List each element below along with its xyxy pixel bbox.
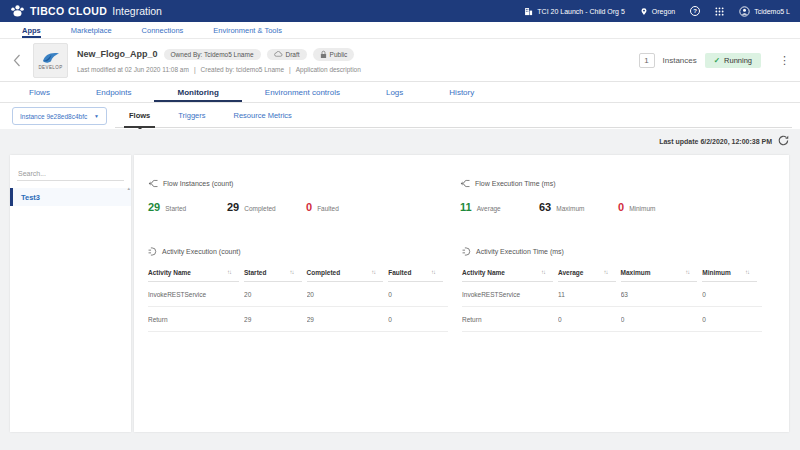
table-row: InvokeRESTService 20 20 0 [148,282,448,307]
sort-icon[interactable]: ↑↓ [431,269,435,276]
table-header-row: Activity Name↑↓ Started↑↓ Completed↑↓ Fa… [148,269,448,282]
flow-list-panel: Test3 ▴ [10,155,131,432]
stat-minimum-label: Minimum [629,205,655,212]
public-badge[interactable]: Public [313,48,355,61]
app-tile-label: DEVELOP [38,65,62,70]
back-button[interactable] [10,54,24,67]
cell: 0 [702,307,757,331]
lock-icon [320,50,327,59]
flow-branch-icon [460,179,470,188]
user-label: Tcidemo5 L [754,8,790,15]
stat-faulted-value: 0 [306,201,312,213]
stat-faulted: 0 Faulted [306,201,385,213]
cell: Return [462,307,553,331]
subtab-flows[interactable]: Flows [115,103,164,127]
instance-dropdown[interactable]: Instance 9e28ed8c4bfc ▼ [12,107,107,125]
stat-average-label: Average [477,205,501,212]
nav-item-apps[interactable]: Apps [22,22,41,38]
col-average[interactable]: Average↑↓ [558,269,616,282]
stat-average: 11 Average [460,201,539,213]
cloud-icon [274,51,283,57]
scrollbar-up-icon[interactable]: ▴ [127,185,130,191]
app-icon-tile: DEVELOP [33,43,68,78]
cell: 0 [621,307,698,331]
nav-item-connections[interactable]: Connections [142,22,184,38]
app-tabs: Flows Endpoints Monitoring Environment c… [0,82,800,103]
flow-exec-time-title: Flow Execution Time (ms) [475,180,556,187]
apps-grid-icon[interactable] [715,7,724,16]
cell: 0 [702,282,757,306]
sort-icon[interactable]: ↑↓ [290,269,294,276]
activity-count-title: Activity Execution (count) [162,248,241,255]
org-selector[interactable]: TCI 20 Launch - Child Org 5 [524,7,625,16]
sort-icon[interactable]: ↑↓ [541,269,545,276]
refresh-icon[interactable] [777,134,790,147]
tab-endpoints[interactable]: Endpoints [73,82,155,102]
cell: 11 [558,282,616,306]
nav-item-environment-tools[interactable]: Environment & Tools [213,22,282,38]
brand: TIBCO CLOUD Integration [10,5,162,17]
stat-started-value: 29 [148,201,160,213]
col-maximum[interactable]: Maximum↑↓ [621,269,698,282]
tab-monitoring[interactable]: Monitoring [154,82,241,102]
tab-history[interactable]: History [426,82,497,102]
meta-last-modified: Last modified at 02 Jun 2020 11:08 am [77,66,189,73]
draft-badge[interactable]: Draft [267,49,307,60]
check-icon: ✓ [714,56,720,65]
status-badge[interactable]: ✓ Running [705,53,761,68]
last-update-text: Last update 6/2/2020, 12:00:38 PM [659,138,772,145]
flow-list-item-test3[interactable]: Test3 [10,188,131,206]
meta-created-by: Created by: tcidemo5 Lname [201,66,284,73]
stat-minimum-value: 0 [618,201,624,213]
sort-icon[interactable]: ↑↓ [604,269,608,276]
tab-logs[interactable]: Logs [363,82,426,102]
col-activity-name[interactable]: Activity Name↑↓ [148,269,239,282]
table-row: Return 0 0 0 [462,307,762,332]
instances-count-box: 1 [639,53,655,68]
stat-completed-label: Completed [244,205,275,212]
col-faulted[interactable]: Faulted↑↓ [388,269,443,282]
stat-maximum-label: Maximum [556,205,584,212]
region-selector[interactable]: Oregon [640,7,675,16]
cell: 29 [307,307,384,331]
instance-dropdown-label: Instance 9e28ed8c4bfc [20,113,87,120]
subtab-resource-metrics[interactable]: Resource Metrics [220,103,306,127]
brand-title: TIBCO CLOUD [30,5,107,17]
user-menu[interactable]: Tcidemo5 L [739,6,790,17]
building-icon [524,7,533,16]
stat-maximum-value: 63 [539,201,551,213]
col-activity-name[interactable]: Activity Name↑↓ [462,269,553,282]
stat-minimum: 0 Minimum [618,201,697,213]
kebab-menu-icon[interactable]: ⋮ [779,55,790,66]
meta-description[interactable]: Application description [296,66,361,73]
search-input[interactable] [17,167,124,180]
sort-icon[interactable]: ↑↓ [371,269,375,276]
tab-environment-controls[interactable]: Environment controls [242,82,363,102]
help-glyph: ? [693,8,697,14]
cell: 0 [558,307,616,331]
sort-icon[interactable]: ↑↓ [685,269,689,276]
sort-icon[interactable]: ↑↓ [227,269,231,276]
cell: Return [148,307,239,331]
col-completed[interactable]: Completed↑↓ [307,269,384,282]
col-started[interactable]: Started↑↓ [244,269,302,282]
cell: InvokeRESTService [462,282,553,306]
col-minimum[interactable]: Minimum↑↓ [702,269,757,282]
tab-flows[interactable]: Flows [6,82,73,102]
tibco-logo-icon [10,5,25,17]
brand-subtitle: Integration [112,5,162,17]
region-label: Oregon [652,8,675,15]
org-label: TCI 20 Launch - Child Org 5 [537,8,625,15]
help-icon[interactable]: ? [690,6,700,16]
cell: InvokeRESTService [148,282,239,306]
stat-started-label: Started [165,205,186,212]
flow-exec-time-group: Flow Execution Time (ms) 11 Average 63 M… [460,179,772,213]
subtab-triggers[interactable]: Triggers [164,103,219,127]
nav-item-marketplace[interactable]: Marketplace [71,22,112,38]
status-label: Running [724,56,752,65]
stat-started: 29 Started [148,201,227,213]
cell: 63 [621,282,698,306]
sort-icon[interactable]: ↑↓ [745,269,749,276]
public-label: Public [330,51,348,58]
table-row: Return 29 29 0 [148,307,448,332]
